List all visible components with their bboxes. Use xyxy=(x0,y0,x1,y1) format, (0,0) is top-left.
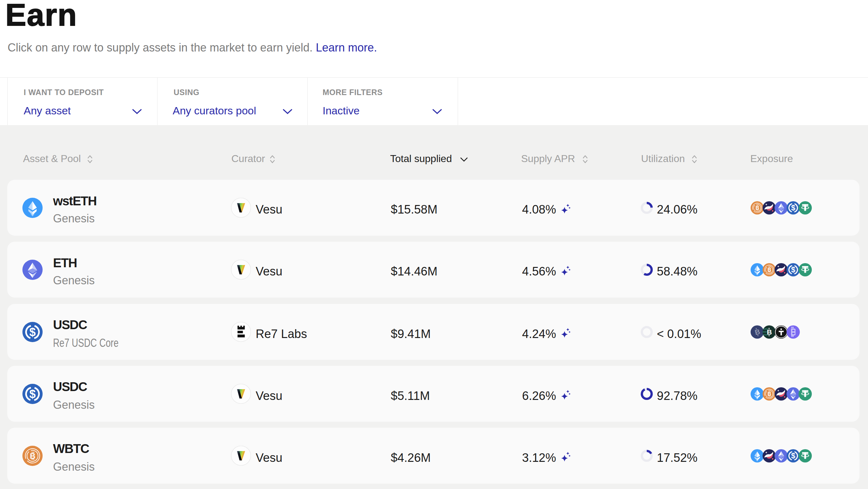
svg-text:$: $ xyxy=(29,325,35,338)
svg-text:B: B xyxy=(767,328,772,336)
svg-text:$: $ xyxy=(791,204,795,212)
svg-text:B: B xyxy=(30,452,35,460)
svg-text:B: B xyxy=(768,267,771,272)
svg-text:B: B xyxy=(768,391,771,397)
svg-text:$: $ xyxy=(791,266,795,274)
svg-text:B: B xyxy=(756,205,759,210)
svg-text:$: $ xyxy=(29,387,35,400)
svg-text:$: $ xyxy=(791,452,795,460)
